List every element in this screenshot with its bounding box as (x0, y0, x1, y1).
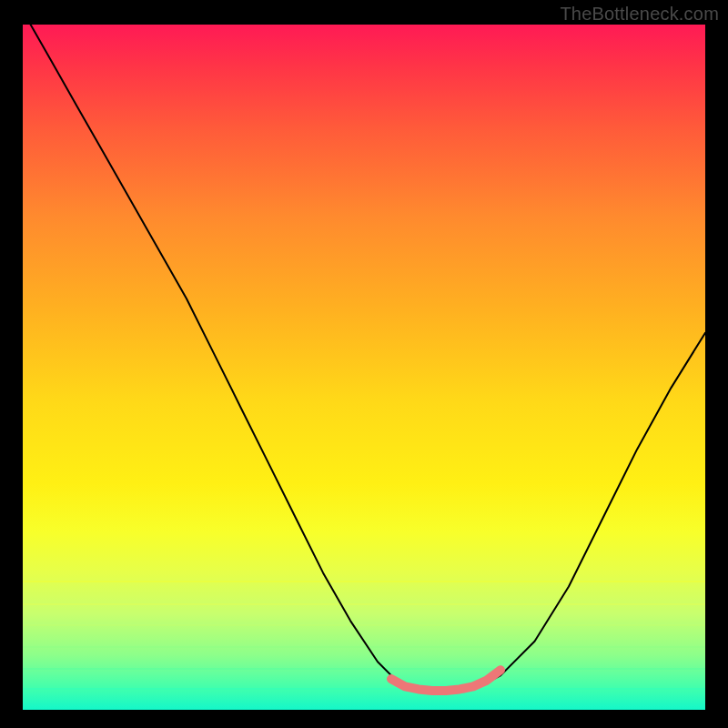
bottleneck-curve-path (23, 25, 705, 689)
curve-svg (23, 25, 705, 710)
plot-area (23, 25, 705, 710)
optimal-zone-highlight-path (391, 670, 500, 691)
watermark-text: TheBottleneck.com (560, 4, 719, 25)
chart-frame: TheBottleneck.com (0, 0, 728, 728)
